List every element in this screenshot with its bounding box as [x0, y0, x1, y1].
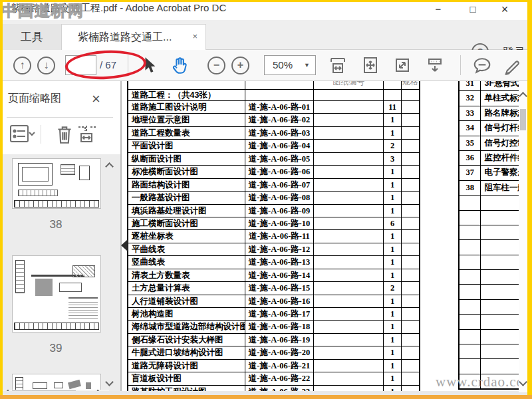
table-cell — [314, 372, 384, 384]
highlight-icon[interactable] — [502, 56, 522, 76]
table-cell: 清表土方数量表 — [128, 269, 245, 281]
table-row — [460, 329, 527, 344]
table-cell — [314, 295, 384, 307]
table-row: 树池构造图道-施-A-06-路-171 — [128, 307, 419, 320]
zoom-out-button[interactable]: − — [207, 57, 225, 74]
panel-collapse-arrow[interactable] — [121, 239, 128, 251]
table-cell: 道路工程：（共43张） — [128, 90, 245, 100]
drawing-shape — [86, 382, 91, 389]
table-cell: 2 — [384, 282, 402, 294]
table-cell — [402, 205, 419, 217]
table-cell — [402, 127, 419, 139]
fit-width-icon[interactable] — [329, 56, 348, 76]
drawing-shape — [33, 382, 47, 389]
table-cell: 道路工程数量表 — [128, 127, 245, 139]
table-cell — [460, 225, 481, 239]
thumbnail-options-icon[interactable] — [9, 124, 36, 144]
zoom-in-button[interactable]: + — [231, 57, 249, 74]
table-cell — [314, 334, 384, 346]
next-page-button[interactable]: ↓ — [37, 57, 55, 74]
table-cell — [245, 81, 315, 89]
thumbnail-page-39[interactable] — [12, 255, 101, 332]
tab-close-icon[interactable]: × — [192, 31, 198, 41]
drawing-shape — [22, 167, 49, 182]
table-cell — [460, 255, 481, 269]
table-cell: 标准横断面设计图 — [128, 166, 245, 178]
previous-page-button[interactable]: ↑ — [13, 57, 31, 74]
drawing-shape — [72, 265, 95, 277]
thumbnail-page-40-partial[interactable] — [12, 374, 101, 391]
table-row — [460, 210, 527, 225]
frame-border-right — [527, 0, 532, 399]
table-cell — [402, 140, 419, 152]
table-cell: 土方总量计算表 — [128, 282, 245, 294]
table-cell — [402, 243, 419, 255]
comment-icon[interactable] — [472, 56, 492, 76]
trash-icon[interactable] — [55, 124, 74, 145]
table-cell — [314, 101, 384, 113]
table-cell — [314, 217, 384, 229]
page-setup-icon[interactable] — [76, 124, 98, 145]
table-cell: 1 — [384, 372, 402, 384]
table-cell — [314, 127, 384, 139]
table-row: 海绵城市型道路边部结构设计图道-施-A-06-路-181 — [128, 320, 419, 332]
table-row: 313F悬臂式标志 — [460, 81, 527, 90]
actual-size-icon[interactable] — [393, 56, 413, 76]
table-row — [460, 239, 527, 254]
table-cell — [402, 334, 419, 346]
drawing-title-block — [14, 200, 99, 207]
close-button[interactable]: × — [493, 1, 516, 17]
toolbar: ↑ ↓ / 67 − + 50% ▼ — [0, 50, 532, 81]
app-body: 页面缩略图 × — [3, 81, 527, 396]
table-cell: 32 — [460, 91, 481, 105]
table-cell — [314, 205, 384, 217]
table-cell — [402, 179, 419, 191]
page-thumbnails-panel: 页面缩略图 × — [3, 81, 120, 396]
scrolling-mode-icon[interactable] — [426, 56, 446, 76]
table-row: 土方总量计算表道-施-A-06-路-152 — [128, 281, 419, 294]
table-row: 逐桩坐标表道-施-A-06-路-111 — [128, 229, 419, 242]
table-cell — [314, 243, 384, 255]
table-cell — [402, 230, 419, 242]
table-row: 33路名牌标志结 — [460, 106, 527, 120]
table-cell — [314, 90, 384, 100]
table-cell — [402, 256, 419, 268]
table-cell — [460, 240, 481, 254]
tab-document[interactable]: 紫楠路道路交通工... × — [61, 24, 206, 51]
table-row: 纵断面设计图道-施-A-06-路-053 — [128, 152, 419, 165]
table-cell: 道-施-A-06-路-21 — [245, 360, 315, 372]
table-row: 37电子警察悬臂 — [460, 165, 527, 180]
zoom-level-dropdown[interactable]: 50% ▼ — [264, 55, 316, 75]
table-cell: 道-施-A-06-路-19 — [245, 334, 315, 346]
hand-tool-icon[interactable] — [170, 55, 190, 75]
frame-border-bottom — [0, 395, 532, 399]
table-cell: 道路无障碍设计图 — [128, 360, 245, 372]
table-cell — [402, 308, 419, 320]
panel-divider — [7, 117, 113, 118]
table-cell: 道-施-A-06-路-14 — [245, 269, 315, 281]
table-cell — [402, 101, 419, 113]
panel-close-icon[interactable]: × — [92, 90, 100, 108]
table-cell — [384, 81, 402, 89]
chevron-down-icon: ▼ — [304, 56, 310, 74]
maximize-button[interactable]: □ — [462, 1, 484, 17]
table-cell — [402, 192, 419, 203]
table-row: 平面设计图道-施-A-06-路-042 — [128, 139, 419, 152]
table-cell: 竖曲线表 — [128, 256, 245, 268]
table-cell: 1 — [384, 230, 402, 242]
thumbnail-page-38[interactable] — [12, 158, 101, 209]
document-vscroll-thumb[interactable] — [520, 109, 526, 130]
table-row: 35信号灯控制接 — [460, 136, 527, 150]
table-cell: 道-施-A-06-路-13 — [245, 256, 315, 268]
table-cell: 35 — [460, 136, 481, 150]
table-row: 地理位置示意图道-施-A-06-路-021 — [128, 113, 419, 126]
minimize-button[interactable]: − — [427, 1, 450, 17]
table-row: 一般路基设计图道-施-A-06-路-081 — [128, 191, 419, 203]
tab-tools[interactable]: 工具 — [3, 24, 61, 50]
fit-page-icon[interactable] — [361, 56, 381, 76]
table-cell — [314, 153, 384, 165]
table-cell: 地理位置示意图 — [128, 114, 245, 126]
table-cell: 36 — [460, 151, 481, 165]
table-cell: 3 — [384, 153, 402, 165]
table-row — [460, 269, 527, 284]
